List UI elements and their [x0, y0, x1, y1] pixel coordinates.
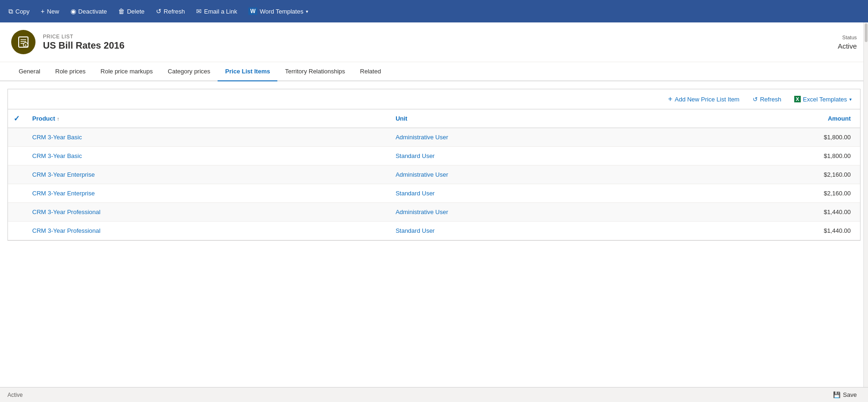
amount-cell: $2,160.00	[682, 165, 856, 184]
excel-dropdown-arrow: ▾	[849, 97, 852, 102]
unit-cell[interactable]: Standard User	[390, 147, 681, 165]
copy-button[interactable]: ⧉ Copy	[4, 5, 34, 18]
product-sort-arrow: ↑	[57, 116, 60, 122]
record-type: PRICE LIST	[43, 34, 125, 39]
row-checkbox[interactable]	[8, 128, 27, 147]
tabs-bar: General Role prices Role price markups C…	[0, 62, 868, 81]
amount-cell: $2,160.00	[682, 184, 856, 203]
select-all-header[interactable]: ✓	[8, 109, 27, 128]
new-icon: +	[41, 7, 44, 15]
email-icon: ✉	[196, 7, 202, 15]
tab-general[interactable]: General	[11, 62, 48, 81]
subgrid-refresh-icon: ↺	[753, 96, 758, 103]
amount-cell: $1,440.00	[682, 203, 856, 222]
email-link-button[interactable]: ✉ Email a Link	[191, 5, 242, 18]
status-label: Status	[838, 35, 857, 40]
unit-cell[interactable]: Administrative User	[390, 165, 681, 184]
col-spacer	[856, 109, 860, 128]
add-new-price-list-item-button[interactable]: + Add New Price List Item	[665, 93, 742, 105]
delete-icon: 🗑	[118, 7, 125, 15]
tab-category-prices[interactable]: Category prices	[160, 62, 218, 81]
product-cell[interactable]: CRM 3-Year Professional	[27, 222, 389, 240]
main-content: $ PRICE LIST US Bill Rates 2016 Status A…	[0, 22, 868, 387]
row-spacer	[856, 184, 860, 203]
row-spacer	[856, 165, 860, 184]
word-templates-dropdown-arrow: ▾	[306, 9, 308, 14]
subgrid-toolbar: + Add New Price List Item ↺ Refresh X Ex…	[8, 89, 860, 109]
product-cell[interactable]: CRM 3-Year Enterprise	[27, 184, 389, 203]
excel-icon: X	[794, 96, 800, 102]
scrollbar[interactable]	[863, 22, 868, 387]
product-cell[interactable]: CRM 3-Year Basic	[27, 128, 389, 147]
row-checkbox[interactable]	[8, 203, 27, 222]
status-value: Active	[838, 42, 857, 50]
record-icon: $	[11, 30, 35, 54]
row-spacer	[856, 222, 860, 240]
table-row[interactable]: CRM 3-Year Professional Standard User $1…	[8, 222, 860, 240]
table-row[interactable]: CRM 3-Year Enterprise Administrative Use…	[8, 165, 860, 184]
amount-cell: $1,800.00	[682, 147, 856, 165]
product-cell[interactable]: CRM 3-Year Professional	[27, 203, 389, 222]
row-spacer	[856, 147, 860, 165]
word-templates-button[interactable]: W Word Templates ▾	[244, 5, 313, 18]
row-checkbox[interactable]	[8, 184, 27, 203]
table-row[interactable]: CRM 3-Year Enterprise Standard User $2,1…	[8, 184, 860, 203]
refresh-button[interactable]: ↺ Refresh	[151, 5, 190, 18]
unit-column-header[interactable]: Unit	[390, 109, 681, 128]
amount-cell: $1,800.00	[682, 128, 856, 147]
row-spacer	[856, 128, 860, 147]
tab-price-list-items[interactable]: Price List Items	[218, 62, 277, 81]
record-name: US Bill Rates 2016	[43, 40, 125, 51]
tab-territory-relationships[interactable]: Territory Relationships	[277, 62, 353, 81]
row-checkbox[interactable]	[8, 222, 27, 240]
deactivate-button[interactable]: ◉ Deactivate	[66, 5, 112, 18]
amount-column-header[interactable]: Amount	[682, 109, 856, 128]
record-header: $ PRICE LIST US Bill Rates 2016 Status A…	[0, 22, 868, 62]
unit-cell[interactable]: Administrative User	[390, 203, 681, 222]
record-status-group: Status Active	[838, 35, 857, 50]
record-title-group: PRICE LIST US Bill Rates 2016	[43, 34, 125, 51]
tab-role-prices[interactable]: Role prices	[48, 62, 93, 81]
word-icon: W	[248, 7, 257, 15]
svg-text:$: $	[25, 44, 27, 48]
new-button[interactable]: + New	[36, 5, 64, 18]
unit-cell[interactable]: Standard User	[390, 184, 681, 203]
tab-related[interactable]: Related	[353, 62, 388, 81]
product-column-header[interactable]: Product ↑	[27, 109, 389, 128]
subgrid-container: + Add New Price List Item ↺ Refresh X Ex…	[7, 89, 861, 241]
unit-cell[interactable]: Administrative User	[390, 128, 681, 147]
add-icon: +	[668, 95, 672, 103]
row-checkbox[interactable]	[8, 147, 27, 165]
row-spacer	[856, 203, 860, 222]
row-checkbox[interactable]	[8, 165, 27, 184]
tab-role-price-markups[interactable]: Role price markups	[93, 62, 160, 81]
product-cell[interactable]: CRM 3-Year Enterprise	[27, 165, 389, 184]
scroll-thumb[interactable]	[865, 23, 868, 42]
subgrid-refresh-button[interactable]: ↺ Refresh	[750, 94, 784, 105]
table-row[interactable]: CRM 3-Year Basic Standard User $1,800.00	[8, 147, 860, 165]
deactivate-icon: ◉	[71, 7, 76, 15]
copy-icon: ⧉	[8, 7, 13, 15]
table-row[interactable]: CRM 3-Year Professional Administrative U…	[8, 203, 860, 222]
amount-cell: $1,440.00	[682, 222, 856, 240]
delete-button[interactable]: 🗑 Delete	[113, 5, 149, 18]
record-header-left: $ PRICE LIST US Bill Rates 2016	[11, 30, 125, 54]
toolbar: ⧉ Copy + New ◉ Deactivate 🗑 Delete ↺ Ref…	[0, 0, 868, 22]
product-cell[interactable]: CRM 3-Year Basic	[27, 147, 389, 165]
refresh-icon: ↺	[156, 7, 162, 15]
unit-cell[interactable]: Standard User	[390, 222, 681, 240]
price-list-items-table: ✓ Product ↑ Unit Amount	[8, 109, 860, 240]
excel-templates-button[interactable]: X Excel Templates ▾	[791, 94, 854, 105]
table-row[interactable]: CRM 3-Year Basic Administrative User $1,…	[8, 128, 860, 147]
